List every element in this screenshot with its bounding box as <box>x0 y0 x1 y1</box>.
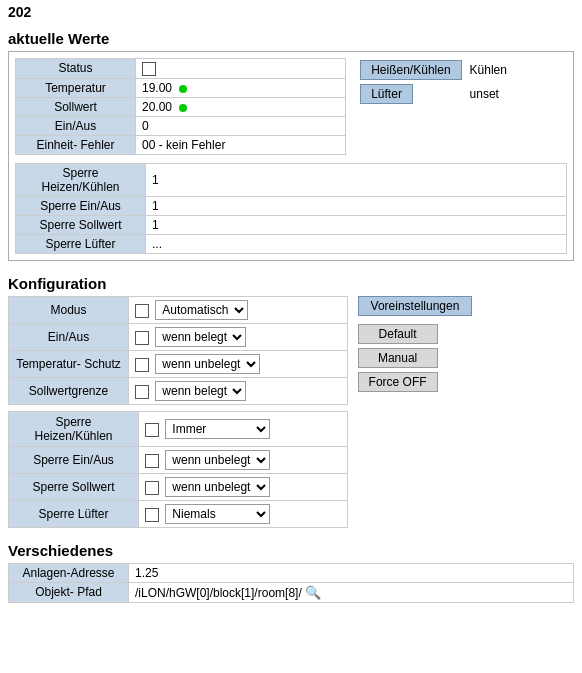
heizen-row: Heißen/Kühlen Kühlen <box>356 58 511 82</box>
luefter-button[interactable]: Lüfter <box>360 84 413 104</box>
sperre-config-table: Sperre Heizen/Kühlen Immer wenn belegt w… <box>8 411 348 528</box>
luefter-value: unset <box>466 82 511 106</box>
sperre-config-block: Sperre Heizen/Kühlen Immer wenn belegt w… <box>8 411 348 528</box>
sperre-aktuelle-block: Sperre Heizen/Kühlen 1 Sperre Ein/Aus 1 … <box>15 163 567 254</box>
aktuelle-werte-box: Status Temperatur 19.00 Sollwert <box>8 51 574 261</box>
einaus-checkbox[interactable] <box>135 331 149 345</box>
heizen-kuhlen-button[interactable]: Heißen/Kühlen <box>360 60 461 80</box>
sperre-config-einaus-row: Sperre Ein/Aus wenn unbelegt immer niema… <box>9 446 348 473</box>
sollwertgrenze-dropdown[interactable]: wenn belegt immer niemals <box>155 381 246 401</box>
status-row: Status <box>16 59 346 79</box>
einaus-dropdown[interactable]: wenn belegt immer niemals <box>155 327 246 347</box>
status-label: Status <box>16 59 136 79</box>
status-table: Status Temperatur 19.00 Sollwert <box>15 58 346 155</box>
modus-dropdown[interactable]: Automatisch Heizen Kühlen <box>155 300 248 320</box>
sollwert-value: 20.00 <box>136 97 346 116</box>
temperatur-row: Temperatur 19.00 <box>16 78 346 97</box>
sperre-config-sollwert-label: Sperre Sollwert <box>9 473 139 500</box>
sollwert-green-dot <box>179 104 187 112</box>
sperre-heizen-dropdown[interactable]: Immer wenn belegt wenn unbelegt niemals <box>165 419 270 439</box>
forceoff-button[interactable]: Force OFF <box>358 372 438 392</box>
sperre-luefter-row: Sperre Lüfter ... <box>16 234 567 253</box>
default-button[interactable]: Default <box>358 324 438 344</box>
sperre-config-sollwert-row: Sperre Sollwert wenn unbelegt immer niem… <box>9 473 348 500</box>
objekt-label: Objekt- Pfad <box>9 582 129 602</box>
tempschutz-row: Temperatur- Schutz wenn unbelegt immer n… <box>9 350 348 377</box>
sperre-config-sollwert-value: wenn unbelegt immer niemals wenn belegt <box>139 473 348 500</box>
einaus-label: Ein/Aus <box>16 116 136 135</box>
sperre-sollwert-value: 1 <box>146 215 567 234</box>
heizen-value: Kühlen <box>466 58 511 82</box>
sperre-luefter-value: ... <box>146 234 567 253</box>
temperatur-value: 19.00 <box>136 78 346 97</box>
sperre-sollwert-checkbox[interactable] <box>145 481 159 495</box>
sollwertgrenze-value: wenn belegt immer niemals <box>129 377 348 404</box>
temperatur-green-dot <box>179 85 187 93</box>
einheit-label: Einheit- Fehler <box>16 135 136 154</box>
sperre-config-heizen-value: Immer wenn belegt wenn unbelegt niemals <box>139 411 348 446</box>
einheit-row: Einheit- Fehler 00 - kein Fehler <box>16 135 346 154</box>
sperre-einaus-checkbox[interactable] <box>145 454 159 468</box>
sollwertgrenze-checkbox[interactable] <box>135 385 149 399</box>
sperre-einaus-row: Sperre Ein/Aus 1 <box>16 196 567 215</box>
anlagen-label: Anlagen-Adresse <box>9 563 129 582</box>
sperre-config-heizen-label: Sperre Heizen/Kühlen <box>9 411 139 446</box>
temperatur-label: Temperatur <box>16 78 136 97</box>
config-einaus-label: Ein/Aus <box>9 323 129 350</box>
sperre-einaus-value: 1 <box>146 196 567 215</box>
aktuelle-werte-title: aktuelle Werte <box>0 24 582 51</box>
config-einaus-row: Ein/Aus wenn belegt immer niemals <box>9 323 348 350</box>
anlagen-row: Anlagen-Adresse 1.25 <box>9 563 574 582</box>
einaus-value: 0 <box>136 116 346 135</box>
sperre-config-luefter-value: Niemals immer wenn belegt wenn unbelegt <box>139 500 348 527</box>
einaus-row: Ein/Aus 0 <box>16 116 346 135</box>
sperre-sollwert-label: Sperre Sollwert <box>16 215 146 234</box>
verschiedenes-title: Verschiedenes <box>0 536 582 563</box>
luefter-row: Lüfter unset <box>356 82 511 106</box>
anlagen-value: 1.25 <box>129 563 574 582</box>
sperre-einaus-label: Sperre Ein/Aus <box>16 196 146 215</box>
sperre-config-einaus-value: wenn unbelegt immer niemals wenn belegt <box>139 446 348 473</box>
sperre-luefter-label: Sperre Lüfter <box>16 234 146 253</box>
config-table: Modus Automatisch Heizen Kühlen Ein/Aus <box>8 296 348 405</box>
sperre-luefter-dropdown[interactable]: Niemals immer wenn belegt wenn unbelegt <box>165 504 270 524</box>
sperre-luefter-checkbox[interactable] <box>145 508 159 522</box>
voreinstellungen-button[interactable]: Voreinstellungen <box>358 296 473 316</box>
sperre-config-luefter-label: Sperre Lüfter <box>9 500 139 527</box>
sperre-heizen-row: Sperre Heizen/Kühlen 1 <box>16 163 567 196</box>
sperre-config-einaus-label: Sperre Ein/Aus <box>9 446 139 473</box>
manual-button[interactable]: Manual <box>358 348 438 368</box>
sollwert-label: Sollwert <box>16 97 136 116</box>
various-table: Anlagen-Adresse 1.25 Objekt- Pfad /iLON/… <box>8 563 574 603</box>
sperre-sollwert-row: Sperre Sollwert 1 <box>16 215 567 234</box>
sollwertgrenze-label: Sollwertgrenze <box>9 377 129 404</box>
status-value <box>136 59 346 79</box>
sperre-heizen-checkbox[interactable] <box>145 423 159 437</box>
sollwertgrenze-row: Sollwertgrenze wenn belegt immer niemals <box>9 377 348 404</box>
search-icon[interactable]: 🔍 <box>305 585 321 600</box>
tempschutz-checkbox[interactable] <box>135 358 149 372</box>
sperre-aktuelle-table: Sperre Heizen/Kühlen 1 Sperre Ein/Aus 1 … <box>15 163 567 254</box>
sperre-einaus-dropdown[interactable]: wenn unbelegt immer niemals wenn belegt <box>165 450 270 470</box>
sperre-config-luefter-row: Sperre Lüfter Niemals immer wenn belegt … <box>9 500 348 527</box>
einheit-value: 00 - kein Fehler <box>136 135 346 154</box>
konfiguration-title: Konfiguration <box>0 269 582 296</box>
modus-checkbox[interactable] <box>135 304 149 318</box>
tempschutz-label: Temperatur- Schutz <box>9 350 129 377</box>
sperre-heizen-value: 1 <box>146 163 567 196</box>
status-checkbox[interactable] <box>142 62 156 76</box>
page-title: 202 <box>0 0 582 24</box>
konfiguration-box: Modus Automatisch Heizen Kühlen Ein/Aus <box>8 296 574 528</box>
config-einaus-value: wenn belegt immer niemals <box>129 323 348 350</box>
sperre-heizen-label: Sperre Heizen/Kühlen <box>16 163 146 196</box>
sperre-config-heizen-row: Sperre Heizen/Kühlen Immer wenn belegt w… <box>9 411 348 446</box>
sollwert-row: Sollwert 20.00 <box>16 97 346 116</box>
verschiedenes-box: Anlagen-Adresse 1.25 Objekt- Pfad /iLON/… <box>8 563 574 603</box>
objekt-row: Objekt- Pfad /iLON/hGW[0]/block[1]/room[… <box>9 582 574 602</box>
modus-label: Modus <box>9 296 129 323</box>
modus-row: Modus Automatisch Heizen Kühlen <box>9 296 348 323</box>
tempschutz-value: wenn unbelegt immer niemals <box>129 350 348 377</box>
modus-value: Automatisch Heizen Kühlen <box>129 296 348 323</box>
sperre-sollwert-dropdown[interactable]: wenn unbelegt immer niemals wenn belegt <box>165 477 270 497</box>
tempschutz-dropdown[interactable]: wenn unbelegt immer niemals <box>155 354 260 374</box>
